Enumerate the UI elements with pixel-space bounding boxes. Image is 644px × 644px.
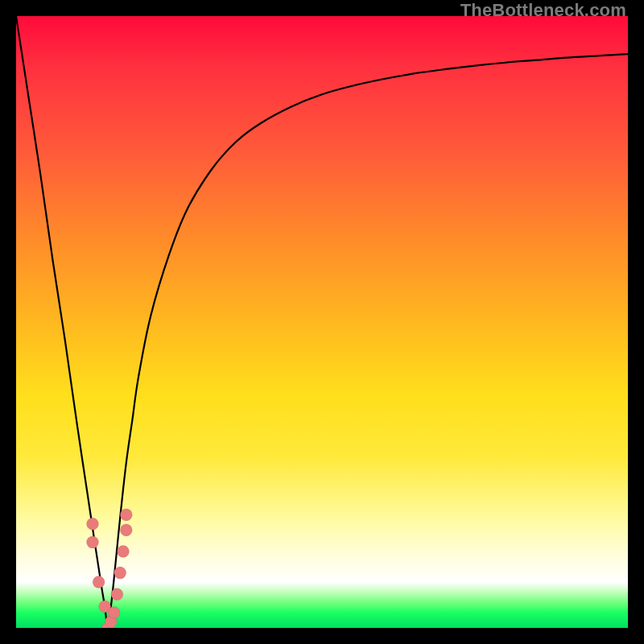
data-marker	[111, 588, 123, 601]
data-marker	[108, 607, 120, 619]
data-marker	[93, 576, 105, 588]
data-marker	[118, 546, 130, 558]
data-markers	[87, 509, 133, 628]
plot-area	[16, 16, 628, 628]
data-marker	[87, 536, 99, 548]
bottleneck-curve	[16, 16, 628, 628]
chart-frame: TheBottleneck.com	[0, 0, 644, 644]
chart-svg	[16, 16, 628, 628]
data-marker	[87, 518, 99, 530]
data-marker	[120, 524, 132, 536]
data-marker	[114, 567, 126, 579]
data-marker	[120, 509, 132, 521]
